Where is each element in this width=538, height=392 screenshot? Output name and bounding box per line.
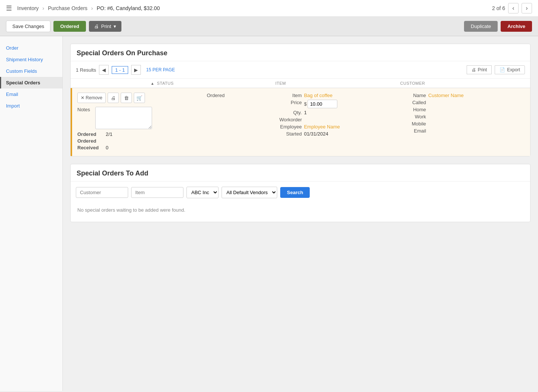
print-results-icon: 🖨 xyxy=(471,67,476,72)
order-row-actions-col: ✕ Remove 🖨 🗑 🛒 Notes xyxy=(77,93,152,152)
employee-value[interactable]: Employee Name xyxy=(304,124,340,130)
save-changes-button[interactable]: Save Changes xyxy=(6,21,50,32)
row-delete-button[interactable]: 🗑 xyxy=(121,93,132,103)
search-button[interactable]: Search xyxy=(280,187,310,198)
ordered-button[interactable]: Ordered xyxy=(53,21,86,32)
print-button[interactable]: 🖨 Print ▾ xyxy=(89,21,121,32)
remove-button[interactable]: ✕ Remove xyxy=(77,93,106,103)
mobile-label: Mobile xyxy=(404,121,426,127)
next-results-button[interactable]: ▶ xyxy=(131,65,141,75)
sidebar-item-order[interactable]: Order xyxy=(0,42,62,54)
home-label: Home xyxy=(404,107,426,112)
customer-col-header: CUSTOMER xyxy=(400,81,525,85)
prev-page-button[interactable]: ‹ xyxy=(508,3,519,13)
row-print-button[interactable]: 🖨 xyxy=(108,93,119,103)
top-nav: ☰ Inventory › Purchase Orders › PO: #6, … xyxy=(0,0,538,17)
next-page-button[interactable]: › xyxy=(522,3,532,13)
qty-value: 1 xyxy=(304,110,307,115)
called-label: Called xyxy=(404,100,426,105)
special-orders-to-add-section: Special Orders To Add ABC Inc All Defaul… xyxy=(70,164,531,222)
prev-results-button[interactable]: ◀ xyxy=(99,65,109,75)
price-label: Price xyxy=(279,100,302,105)
page-current: 1 - 1 xyxy=(112,66,128,74)
add-section: ABC Inc All Default Vendors Search No sp… xyxy=(71,181,530,222)
ordered-date1: 2/1 xyxy=(106,131,112,137)
received-value: 0 xyxy=(106,145,108,150)
print-icon: 🖨 xyxy=(94,24,99,29)
nav-inventory[interactable]: Inventory xyxy=(17,5,39,11)
main-layout: Order Shipment History Custom Fields Spe… xyxy=(0,36,538,391)
status-col-header: STATUS xyxy=(157,81,174,85)
print-results-label: Print xyxy=(478,67,487,72)
export-label: Export xyxy=(507,67,520,72)
print-results-button[interactable]: 🖨 Print xyxy=(467,65,492,74)
nav-current-page: PO: #6, Candyland, $32.00 xyxy=(97,5,160,11)
sidebar-item-import[interactable]: Import xyxy=(0,100,62,112)
nav-purchase-orders[interactable]: Purchase Orders xyxy=(48,5,87,11)
notes-label: Notes xyxy=(77,107,93,112)
nav-icon: ☰ xyxy=(6,4,12,12)
export-button[interactable]: 📄 Export xyxy=(495,65,525,74)
per-page-link[interactable]: 15 PER PAGE xyxy=(146,67,175,72)
status-value: Ordered xyxy=(155,93,276,98)
special-orders-to-add-title: Special Orders To Add xyxy=(71,164,530,181)
results-bar: 1 Results ◀ 1 - 1 ▶ 15 PER PAGE 🖨 Print … xyxy=(71,61,530,79)
customer-name-value[interactable]: Customer Name xyxy=(428,93,464,98)
item-filter-input[interactable] xyxy=(131,187,183,198)
ordered-dates: Ordered 2/1 Ordered Received 0 xyxy=(77,131,152,150)
pagination-info: 2 of 6 xyxy=(492,5,505,11)
status-sort-icon: ▲ xyxy=(151,81,154,85)
started-label: Started xyxy=(279,131,302,137)
order-row-status-col: Ordered xyxy=(155,93,276,152)
order-row: ✕ Remove 🖨 🗑 🛒 Notes xyxy=(71,88,530,156)
vendor-select[interactable]: ABC Inc xyxy=(186,187,219,198)
toolbar: Save Changes Ordered 🖨 Print ▾ Duplicate… xyxy=(0,17,538,36)
nav-sep2: › xyxy=(91,5,93,11)
content-area: Special Orders On Purchase 1 Results ◀ 1… xyxy=(63,36,538,391)
received-label: Received xyxy=(77,145,103,150)
ordered-label1: Ordered xyxy=(77,131,103,137)
item-col-header: ITEM xyxy=(275,81,400,85)
special-orders-on-purchase-title: Special Orders On Purchase xyxy=(71,44,530,61)
sidebar-item-shipment-history[interactable]: Shipment History xyxy=(0,54,62,65)
print-chevron-icon: ▾ xyxy=(114,24,116,29)
item-value[interactable]: Bag of coffee xyxy=(304,93,333,98)
add-filters: ABC Inc All Default Vendors Search xyxy=(76,187,525,198)
started-value: 01/31/2024 xyxy=(304,131,328,137)
item-label: Item xyxy=(279,93,302,98)
email-label: Email xyxy=(404,128,426,134)
price-input[interactable] xyxy=(307,100,337,108)
results-count: 1 Results xyxy=(76,67,96,73)
order-row-customer-col: Name Customer Name Called Home Work xyxy=(404,93,525,152)
no-results-message: No special orders waiting to be added we… xyxy=(76,203,525,217)
row-cart-icon: 🛒 xyxy=(136,95,142,101)
sidebar-item-special-orders[interactable]: Special Orders xyxy=(0,77,62,88)
export-icon: 📄 xyxy=(500,67,505,72)
qty-label: Qty. xyxy=(279,110,302,115)
row-delete-icon: 🗑 xyxy=(124,95,129,101)
employee-label: Employee xyxy=(279,124,302,130)
column-headers: ▲ STATUS ITEM CUSTOMER xyxy=(71,79,530,88)
sidebar-item-custom-fields[interactable]: Custom Fields xyxy=(0,65,62,77)
dollar-sign: $ xyxy=(304,101,307,107)
order-row-item-col: Item Bag of coffee Price $ Qty. 1 xyxy=(279,93,401,152)
name-label: Name xyxy=(404,93,426,98)
ordered-label2: Ordered xyxy=(77,138,103,144)
workorder-label: Workorder xyxy=(279,117,302,122)
special-orders-on-purchase-section: Special Orders On Purchase 1 Results ◀ 1… xyxy=(70,44,531,156)
nav-right: 2 of 6 ‹ › xyxy=(492,3,532,13)
all-vendors-select[interactable]: All Default Vendors xyxy=(222,187,277,198)
archive-button[interactable]: Archive xyxy=(501,21,532,32)
notes-input[interactable] xyxy=(95,107,152,129)
sidebar: Order Shipment History Custom Fields Spe… xyxy=(0,36,63,391)
price-wrapper: $ xyxy=(304,100,337,108)
row-cart-button[interactable]: 🛒 xyxy=(134,93,145,103)
customer-filter-input[interactable] xyxy=(76,187,128,198)
row-print-icon: 🖨 xyxy=(111,95,116,101)
nav-sep1: › xyxy=(43,5,44,11)
work-label: Work xyxy=(404,114,426,119)
row-actions: ✕ Remove 🖨 🗑 🛒 xyxy=(77,93,152,103)
duplicate-button[interactable]: Duplicate xyxy=(464,21,498,32)
sidebar-item-email[interactable]: Email xyxy=(0,88,62,100)
